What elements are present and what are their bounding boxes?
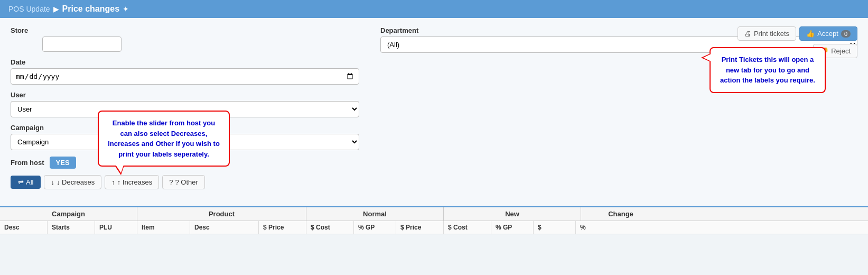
group-normal-label: Normal (363, 210, 387, 218)
filter-decreases-button[interactable]: ↓ ↓ Decreases (44, 175, 101, 189)
table-subheaders: Desc Starts PLU Item Desc $ Price $ Cost… (0, 221, 868, 234)
group-change: Change (581, 207, 660, 221)
from-host-label: From host (11, 159, 44, 167)
decrease-arrow-icon: ↓ (51, 178, 54, 186)
filter-other-button[interactable]: ? ? Other (162, 175, 205, 189)
accept-badge: 0 (841, 30, 851, 38)
store-input-wrapper (11, 36, 359, 52)
filter-all-label: All (26, 178, 33, 186)
page-title: Price changes (62, 4, 120, 14)
accept-button[interactable]: 👍 Accept 0 (799, 26, 857, 41)
table-section: Campaign Product Normal New Change Desc … (0, 206, 868, 234)
top-action-row: 🖨 Print tickets 👍 Accept 0 (738, 26, 857, 41)
date-label: Date (11, 58, 359, 66)
group-product-label: Product (209, 210, 235, 218)
thumbsup-icon: 👍 (806, 30, 815, 38)
store-group: Store (11, 26, 359, 52)
subheader-item: Item (137, 221, 190, 234)
main-content: Enable the slider from host you can also… (0, 18, 868, 206)
subheader-gp: % GP (354, 221, 396, 234)
date-input[interactable] (11, 68, 359, 85)
subheader-nprice: $ Price (396, 221, 444, 234)
printer-icon: 🖨 (744, 30, 751, 38)
group-new-label: New (505, 210, 519, 218)
top-bar: POS Update ▶ Price changes ✦ (0, 0, 868, 18)
group-normal: Normal (306, 207, 444, 221)
user-label: User (11, 91, 359, 99)
store-label: Store (11, 26, 359, 34)
group-new: New (444, 207, 581, 221)
filter-row: ⇌ All ↓ ↓ Decreases ↑ ↑ Increases ? ? Ot… (11, 175, 359, 189)
filter-decreases-label: ↓ Decreases (57, 178, 95, 186)
callout-slider-info: Enable the slider from host you can also… (98, 111, 230, 167)
date-group: Date (11, 58, 359, 85)
group-campaign: Campaign (0, 207, 137, 221)
print-tickets-button[interactable]: 🖨 Print tickets (738, 26, 796, 41)
subheader-plu: PLU (95, 221, 137, 234)
filter-all-button[interactable]: ⇌ All (11, 176, 41, 189)
callout-print-tickets-info: Print Tickets this will open a new tab f… (710, 47, 826, 93)
subheader-change-pct: % (576, 221, 613, 234)
pin-icon[interactable]: ✦ (123, 5, 129, 13)
subheader-prod-desc: Desc (190, 221, 259, 234)
filter-other-label: ? Other (175, 178, 198, 186)
group-change-label: Change (608, 210, 633, 218)
other-icon: ? (169, 178, 173, 186)
group-campaign-label: Campaign (52, 210, 85, 218)
table-group-headers: Campaign Product Normal New Change (0, 207, 868, 221)
filter-increases-button[interactable]: ↑ ↑ Increases (105, 175, 159, 189)
increase-arrow-icon: ↑ (111, 178, 115, 186)
subheader-price: $ Price (259, 221, 306, 234)
group-product: Product (137, 207, 306, 221)
subheader-starts: Starts (48, 221, 95, 234)
from-host-toggle[interactable]: YES (50, 157, 76, 169)
breadcrumb-app: POS Update (8, 5, 50, 13)
filter-increases-label: ↑ Increases (117, 178, 152, 186)
breadcrumb-separator: ▶ (53, 5, 59, 13)
store-input[interactable] (42, 36, 122, 52)
subheader-change-dollar: $ (534, 221, 576, 234)
subheader-desc: Desc (0, 221, 48, 234)
subheader-ngp: % GP (491, 221, 534, 234)
subheader-nscost: $ Cost (444, 221, 491, 234)
subheader-scost: $ Cost (306, 221, 354, 234)
all-icon: ⇌ (18, 178, 24, 186)
